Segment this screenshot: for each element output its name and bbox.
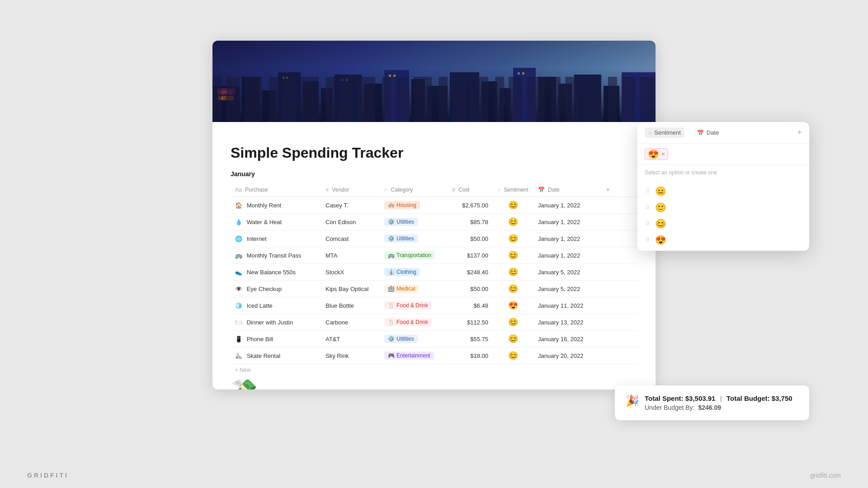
table-row[interactable]: 🧊 Iced Latte Blue Bottle 🍴 Food & Drink … xyxy=(231,297,637,314)
cell-date: January 1, 2022 xyxy=(533,230,601,247)
data-table: Aa Purchase ≡ Vendor ○ Category # xyxy=(231,183,637,364)
popup-tab-sentiment[interactable]: ○ Sentiment xyxy=(645,127,684,138)
category-tag[interactable]: 🏘️ Housing xyxy=(384,201,420,209)
cell-purchase: 📱 Phone Bill xyxy=(231,331,321,347)
cell-sentiment[interactable]: 😍 xyxy=(493,297,533,314)
cell-sentiment[interactable]: 😊 xyxy=(493,331,533,347)
add-row-button[interactable]: + New xyxy=(231,364,637,376)
svg-rect-21 xyxy=(286,77,288,79)
budget-card: 🎉 Total Spent: $3,503.91 | Total Budget:… xyxy=(615,385,809,420)
cell-date: January 1, 2022 xyxy=(533,247,601,264)
cell-sentiment[interactable]: 😊 xyxy=(493,197,533,214)
purchase-name: Monthly Transit Pass xyxy=(247,252,302,259)
purchase-name: Iced Latte xyxy=(247,302,273,309)
cell-category[interactable]: ⚙️ Utilities xyxy=(380,214,448,230)
category-tag[interactable]: ⚙️ Utilities xyxy=(384,218,418,226)
category-tag[interactable]: 👔 Clothing xyxy=(384,268,420,276)
cell-cost: $248.40 xyxy=(448,264,493,281)
table-row[interactable]: 🏠 Monthly Rent Casey T. 🏘️ Housing $2,67… xyxy=(231,197,637,214)
th-date-icon: 📅 xyxy=(538,187,545,193)
table-row[interactable]: 👁️ Eye Checkup Kips Bay Optical 🏥 Medica… xyxy=(231,281,637,297)
popup-add-button[interactable]: + xyxy=(797,128,802,137)
cell-date: January 5, 2022 xyxy=(533,264,601,281)
th-vendor-icon: ≡ xyxy=(326,187,329,193)
table-row[interactable]: 👟 New Balance 550s StockX 👔 Clothing $24… xyxy=(231,264,637,281)
svg-rect-4 xyxy=(303,81,319,122)
th-category: ○ Category xyxy=(380,183,448,197)
cell-category[interactable]: 🏥 Medical xyxy=(380,281,448,297)
category-label: Medical xyxy=(396,286,415,292)
cell-purchase: 🚌 Monthly Transit Pass xyxy=(231,247,321,264)
row-icon: ⛸️ xyxy=(235,352,242,359)
cell-vendor: Carbone xyxy=(321,314,380,331)
row-icon: 🍽️ xyxy=(235,319,242,326)
cell-extra xyxy=(601,297,637,314)
category-tag[interactable]: 🏥 Medical xyxy=(384,285,419,293)
svg-rect-12 xyxy=(481,81,497,122)
cell-vendor: Con Edison xyxy=(321,214,380,230)
cell-category[interactable]: ⚙️ Utilities xyxy=(380,230,448,247)
drag-handle-icon: ⠿ xyxy=(646,221,650,227)
cell-sentiment[interactable]: 😊 xyxy=(493,214,533,230)
cell-purchase: ⛸️ Skate Rental xyxy=(231,347,321,364)
sentiment-option-happy[interactable]: ⠿ 😊 xyxy=(641,216,806,232)
cell-sentiment[interactable]: 😊 xyxy=(493,230,533,247)
cell-extra xyxy=(601,230,637,247)
table-row[interactable]: 📱 Phone Bill AT&T ⚙️ Utilities $55.75 😊 … xyxy=(231,331,637,347)
cell-category[interactable]: 👔 Clothing xyxy=(380,264,448,281)
purchase-name: Monthly Rent xyxy=(247,202,282,209)
watermark-left: GRIDFITI xyxy=(27,472,69,479)
category-tag[interactable]: ⚙️ Utilities xyxy=(384,335,418,343)
page-icon: 💸 xyxy=(231,378,258,389)
sentiment-option-ok[interactable]: ⠿ 🙂 xyxy=(641,199,806,216)
budget-title-line: Total Spent: $3,503.91 | Total Budget: $… xyxy=(645,394,793,402)
category-tag[interactable]: ⚙️ Utilities xyxy=(384,235,418,243)
category-label: Food & Drink xyxy=(396,302,428,309)
th-purchase-icon: Aa xyxy=(235,187,242,193)
cell-sentiment[interactable]: 😊 xyxy=(493,247,533,264)
sentiment-option-love[interactable]: ⠿ 😍 xyxy=(641,232,806,248)
category-label: Entertainment xyxy=(396,352,430,359)
table-row[interactable]: 🌐 Internet Comcast ⚙️ Utilities $50.00 😊… xyxy=(231,230,637,247)
cell-category[interactable]: 🍴 Food & Drink xyxy=(380,314,448,331)
category-tag[interactable]: 🍴 Food & Drink xyxy=(384,301,432,310)
table-row[interactable]: 🍽️ Dinner with Justin Carbone 🍴 Food & D… xyxy=(231,314,637,331)
cell-category[interactable]: 🚌 Transportation xyxy=(380,247,448,264)
th-vendor: ≡ Vendor xyxy=(321,183,380,197)
sentiment-option-neutral[interactable]: ⠿ 😐 xyxy=(641,183,806,199)
sentiment-selected-tag[interactable]: 😍 ✕ xyxy=(645,148,668,160)
cell-sentiment[interactable]: 😊 xyxy=(493,281,533,297)
svg-rect-15 xyxy=(538,77,556,122)
svg-rect-18 xyxy=(604,86,619,122)
purchase-name: Dinner with Justin xyxy=(247,319,293,326)
cell-cost: $112.50 xyxy=(448,314,493,331)
th-add[interactable]: + xyxy=(601,183,637,197)
popup-tab-date[interactable]: 📅 Date xyxy=(693,127,722,138)
cell-category[interactable]: 🎮 Entertainment xyxy=(380,347,448,364)
cell-date: January 5, 2022 xyxy=(533,281,601,297)
cell-category[interactable]: 🏘️ Housing xyxy=(380,197,448,214)
table-row[interactable]: ⛸️ Skate Rental Sky Rink 🎮 Entertainment… xyxy=(231,347,637,364)
sentiment-search-input[interactable] xyxy=(672,151,802,158)
cell-sentiment[interactable]: 😊 xyxy=(493,264,533,281)
cell-category[interactable]: ⚙️ Utilities xyxy=(380,331,448,347)
purchase-name: Phone Bill xyxy=(247,336,274,343)
page-title: Simple Spending Tracker xyxy=(231,145,637,161)
category-tag[interactable]: 🍴 Food & Drink xyxy=(384,318,432,326)
category-label: Utilities xyxy=(396,336,414,342)
cell-sentiment[interactable]: 😊 xyxy=(493,347,533,364)
cell-category[interactable]: 🍴 Food & Drink xyxy=(380,297,448,314)
cell-cost: $18.00 xyxy=(448,347,493,364)
budget-text: Total Spent: $3,503.91 | Total Budget: $… xyxy=(645,394,793,411)
category-icon: ⚙️ xyxy=(388,235,395,242)
category-tag[interactable]: 🎮 Entertainment xyxy=(384,352,434,360)
table-header-row: Aa Purchase ≡ Vendor ○ Category # xyxy=(231,183,637,197)
category-label: Utilities xyxy=(396,235,414,242)
table-row[interactable]: 🚌 Monthly Transit Pass MTA 🚌 Transportat… xyxy=(231,247,637,264)
table-row[interactable]: 💧 Water & Heat Con Edison ⚙️ Utilities $… xyxy=(231,214,637,230)
category-tag[interactable]: 🚌 Transportation xyxy=(384,251,435,259)
category-label: Food & Drink xyxy=(396,319,428,325)
close-tag-button[interactable]: ✕ xyxy=(661,151,665,157)
cell-sentiment[interactable]: 😊 xyxy=(493,314,533,331)
cell-vendor: MTA xyxy=(321,247,380,264)
